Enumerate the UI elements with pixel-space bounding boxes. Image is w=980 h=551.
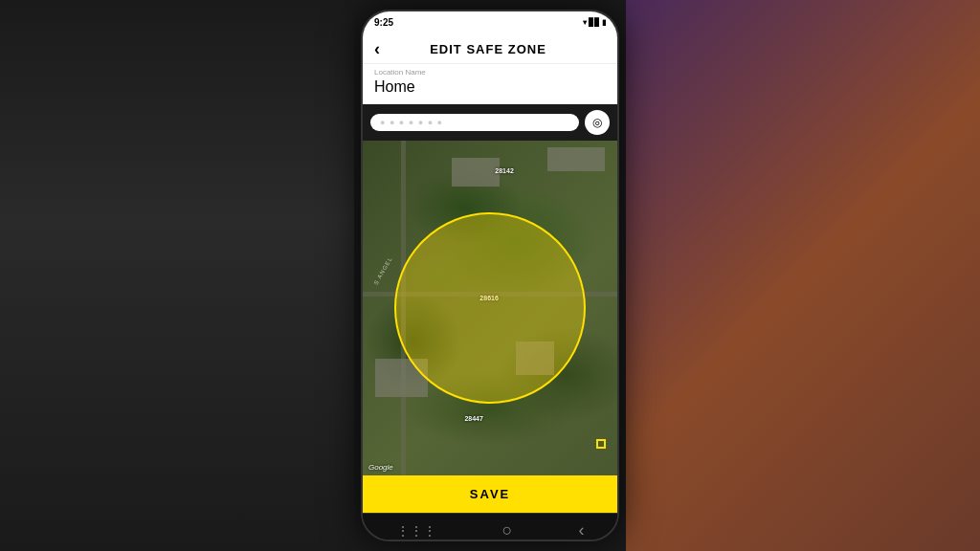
status-time: 9:25 [374, 17, 393, 28]
search-bar-container: ● ● ● ● ● ● ● ◎ [363, 104, 617, 141]
header: ‹ EDIT SAFE ZONE [363, 33, 617, 64]
corner-marker [596, 439, 606, 449]
home-nav-button[interactable]: ○ [502, 520, 513, 540]
bottom-navigation: ⋮⋮⋮ ○ ‹ [363, 513, 617, 541]
status-icons: ▾ ▊▊ ▮ [583, 18, 606, 27]
zone-number-bottom: 28447 [464, 415, 482, 422]
location-section: Location Name Home [363, 64, 617, 104]
phone-container: 9:25 ▾ ▊▊ ▮ ‹ EDIT SAFE ZONE Location Na… [361, 10, 619, 541]
status-bar: 9:25 ▾ ▊▊ ▮ [363, 11, 617, 33]
search-placeholder: ● ● ● ● ● ● ● [380, 118, 443, 127]
location-name[interactable]: Home [374, 78, 606, 96]
location-label: Location Name [374, 68, 606, 77]
save-button[interactable]: SAVE [363, 475, 617, 513]
signal-icon: ▊▊ [589, 18, 600, 27]
map-area[interactable]: 28142 28616 28447 S ANGEL Google [363, 141, 617, 475]
battery-icon: ▮ [602, 18, 606, 27]
back-button[interactable]: ‹ [374, 40, 380, 57]
building-4 [547, 147, 605, 171]
building-1 [452, 158, 500, 187]
menu-nav-button[interactable]: ⋮⋮⋮ [396, 523, 436, 539]
page-title: EDIT SAFE ZONE [388, 42, 589, 56]
google-label: Google [368, 463, 393, 472]
search-input[interactable]: ● ● ● ● ● ● ● [370, 114, 579, 131]
save-button-wrapper: SAVE [363, 475, 617, 513]
gps-icon: ◎ [592, 116, 602, 129]
safe-zone-circle[interactable] [394, 212, 586, 404]
gps-button[interactable]: ◎ [585, 110, 610, 135]
back-nav-button[interactable]: ‹ [578, 520, 584, 540]
zone-number-top: 28142 [495, 167, 513, 174]
wifi-icon: ▾ [583, 18, 587, 27]
